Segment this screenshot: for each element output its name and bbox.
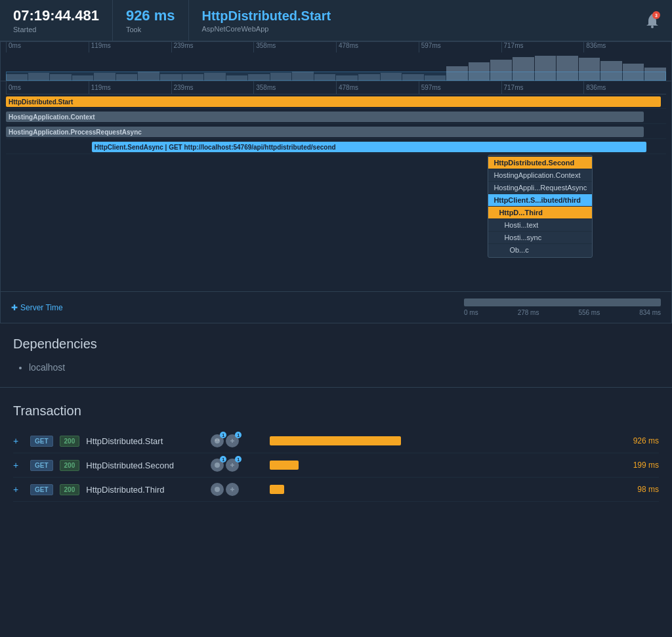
svg-text:3: 3 xyxy=(655,13,658,18)
tick-1: 119ms xyxy=(89,81,171,94)
minimap-tick-2: 239ms xyxy=(171,42,254,52)
minimap-tick-4: 478ms xyxy=(336,42,419,52)
trace-bar-context[interactable]: HostingApplication.Context xyxy=(6,112,644,122)
transaction-title: Transaction xyxy=(13,403,659,419)
tick-5: 597ms xyxy=(419,81,501,94)
transaction-section: Transaction + GET 200 HttpDistributed.St… xyxy=(0,393,672,512)
tx-method-1: GET xyxy=(30,460,53,471)
timeline-ruler: 0ms 119ms 239ms 358ms 478ms 597ms 717ms … xyxy=(6,81,666,94)
tx-duration-2: 98 ms xyxy=(637,485,659,494)
trace-rows: HttpDistributed.Start HostingApplication… xyxy=(6,94,666,291)
server-time-section: ✚ Server Time 0 ms 278 ms 556 ms 834 ms xyxy=(1,291,671,323)
tx-icons-2 xyxy=(211,483,263,496)
tx-expand-1[interactable]: + xyxy=(13,460,24,470)
server-time-labels: 0 ms 278 ms 556 ms 834 ms xyxy=(464,309,661,316)
tx-icon-2: 1 xyxy=(211,459,224,472)
tick-4: 478ms xyxy=(336,81,419,94)
trace-bar-httpclient[interactable]: HttpClient.SendAsync | GET http://localh… xyxy=(92,142,646,152)
minimap-tick-7: 836ms xyxy=(583,42,666,52)
minimap-viewport[interactable] xyxy=(6,72,666,81)
tx-bar-wrap-1 xyxy=(270,461,626,470)
tx-status-0: 200 xyxy=(60,436,80,447)
timeline-panel: 0ms 119ms 239ms 358ms 478ms 597ms 717ms … xyxy=(0,41,672,323)
minimap-tick-3: 358ms xyxy=(253,42,336,52)
header: 07:19:44.481 Started 926 ms Took HttpDis… xyxy=(0,0,672,41)
tx-row-0: + GET 200 HttpDistributed.Start 1 1 926 … xyxy=(13,429,659,453)
tx-badge-3: 1 xyxy=(235,456,242,462)
timeline-main: 0ms 119ms 239ms 358ms 478ms 597ms 717ms … xyxy=(1,81,671,291)
tx-icons-1: 1 1 xyxy=(211,459,263,472)
tx-bar-1 xyxy=(270,461,299,470)
notification-icon[interactable]: 3 xyxy=(643,11,662,30)
trace-row-1: HostingApplication.Context xyxy=(6,110,666,124)
tx-expand-0[interactable]: + xyxy=(13,436,24,446)
trace-bar-process[interactable]: HostingApplication.ProcessRequestAsync xyxy=(6,127,644,137)
minimap-tick-0: 0ms xyxy=(6,42,89,52)
popup-row-2[interactable]: HostingAppli...RequestAsync xyxy=(488,182,592,194)
tx-icon-0: 1 xyxy=(211,434,224,447)
popup-row-6[interactable]: Hosti...sync xyxy=(488,232,592,244)
popup-row-5[interactable]: Hosti...text xyxy=(488,219,592,232)
tick-6: 717ms xyxy=(501,81,584,94)
st-label-3: 834 ms xyxy=(639,309,661,316)
plus-icon: ✚ xyxy=(11,303,18,312)
tick-3: 358ms xyxy=(253,81,336,94)
trace-bar-start[interactable]: HttpDistributed.Start xyxy=(6,96,661,107)
tx-status-2: 200 xyxy=(60,484,80,495)
tx-badge-2: 1 xyxy=(220,456,226,462)
popup-row-0[interactable]: HttpDistributed.Second xyxy=(488,157,592,169)
popup-row-4[interactable]: HttpD...Third xyxy=(488,207,592,219)
popup-row-1[interactable]: HostingApplication.Context xyxy=(488,169,592,182)
trace-subtitle: AspNetCoreWebApp xyxy=(202,25,331,33)
tick-0: 0ms xyxy=(6,81,89,94)
server-time-expand[interactable]: ✚ Server Time xyxy=(11,303,63,312)
svg-point-5 xyxy=(218,440,219,441)
tx-expand-2[interactable]: + xyxy=(13,484,24,495)
popup-row-7[interactable]: Ob...c xyxy=(488,244,592,256)
server-time-bar-wrap: 0 ms 278 ms 556 ms 834 ms xyxy=(68,298,661,316)
started-time: 07:19:44.481 xyxy=(13,7,99,24)
tx-icon-1: 1 xyxy=(226,434,239,447)
tx-status-1: 200 xyxy=(60,460,80,471)
section-divider xyxy=(0,387,672,388)
header-started: 07:19:44.481 Started xyxy=(0,0,113,41)
tx-icons-0: 1 1 xyxy=(211,434,263,447)
tx-row-2: + GET 200 HttpDistributed.Third 98 ms xyxy=(13,478,659,502)
tx-row-1: + GET 200 HttpDistributed.Second 1 1 199… xyxy=(13,453,659,478)
tick-7: 836ms xyxy=(583,81,666,94)
tx-bar-0 xyxy=(270,436,401,445)
trace-row-0: HttpDistributed.Start xyxy=(6,94,666,109)
tx-icon-3: 1 xyxy=(226,459,239,472)
popup-row-3[interactable]: HttpClient.S...ibuted/third xyxy=(488,194,592,207)
minimap-ruler: 0ms 119ms 239ms 358ms 478ms 597ms 717ms … xyxy=(1,42,671,52)
tx-bar-wrap-0 xyxy=(270,436,626,445)
tx-icon-4 xyxy=(211,483,224,496)
tx-name-2: HttpDistributed.Third xyxy=(86,485,204,495)
dependencies-section: Dependencies localhost xyxy=(0,323,672,382)
dep-item-0: localhost xyxy=(29,360,659,375)
server-time-bar xyxy=(464,298,661,306)
tx-icon-5 xyxy=(226,483,239,496)
minimap-tick-5: 597ms xyxy=(419,42,501,52)
minimap-tick-6: 717ms xyxy=(501,42,584,52)
tx-method-2: GET xyxy=(30,484,53,495)
started-label: Started xyxy=(13,26,99,33)
tx-bar-wrap-2 xyxy=(270,485,631,494)
header-title-section: HttpDistributed.Start AspNetCoreWebApp xyxy=(189,0,345,41)
trace-popup: HttpDistributed.Second HostingApplicatio… xyxy=(488,155,593,258)
dependencies-title: Dependencies xyxy=(13,337,659,352)
tx-badge-0: 1 xyxy=(220,432,226,438)
tx-duration-1: 199 ms xyxy=(633,461,659,470)
svg-point-7 xyxy=(215,487,220,492)
st-label-1: 278 ms xyxy=(518,309,539,316)
st-label-2: 556 ms xyxy=(578,309,600,316)
dependencies-list: localhost xyxy=(13,360,659,375)
header-badge-area: 3 xyxy=(643,0,672,41)
trace-row-3: HttpClient.SendAsync | GET http://localh… xyxy=(6,140,666,154)
tx-method-0: GET xyxy=(30,436,53,447)
took-value: 926 ms xyxy=(126,7,175,24)
tick-2: 239ms xyxy=(171,81,254,94)
header-took: 926 ms Took xyxy=(113,0,189,41)
trace-row-2: HostingApplication.ProcessRequestAsync xyxy=(6,125,666,139)
minimap[interactable]: 0ms 119ms 239ms 358ms 478ms 597ms 717ms … xyxy=(1,42,671,81)
